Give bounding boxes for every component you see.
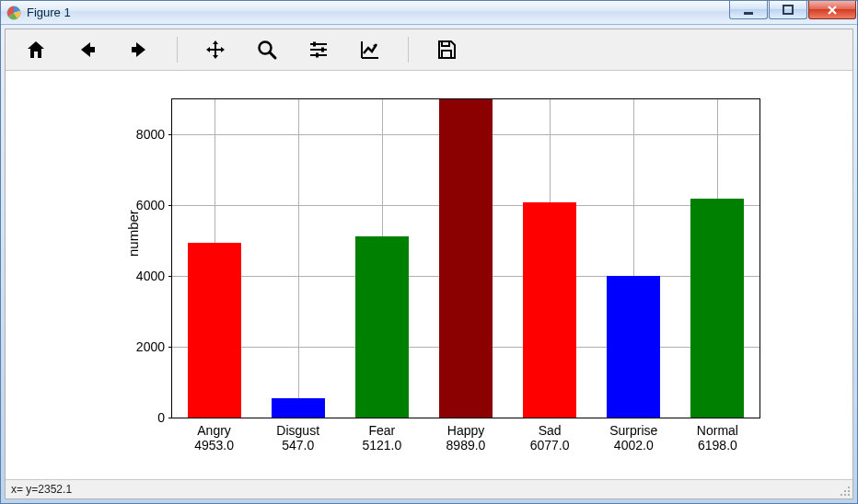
minimize-button[interactable] [729,1,768,19]
x-tick-label: Disgust547.0 [256,423,340,452]
x-tick-label: Happy8989.0 [424,423,508,452]
x-tick-label: Normal6198.0 [676,423,759,452]
y-tick-mark [168,347,172,348]
plot-axes: 02000400060008000Angry4953.0Disgust547.0… [171,98,760,418]
y-tick-mark [168,418,172,418]
pan-icon [204,39,226,61]
bar [690,199,744,418]
statusbar: x= y=2352.1 [6,479,852,498]
window-controls [729,1,857,19]
x-category-value: 8989.0 [424,438,508,452]
svg-rect-10 [321,48,324,52]
bar [355,236,409,418]
zoom-button[interactable] [242,32,292,67]
x-category-name: Sad [508,423,592,438]
forward-button[interactable] [114,32,164,67]
y-tick-label: 4000 [73,269,165,283]
svg-point-15 [848,487,850,488]
gridline-v [298,99,299,418]
svg-rect-8 [313,42,316,47]
x-category-name: Disgust [256,423,340,438]
x-category-name: Normal [676,423,759,438]
y-tick-mark [168,205,172,206]
y-tick-label: 8000 [73,127,165,142]
svg-line-6 [270,52,275,58]
y-tick-label: 0 [73,410,165,425]
x-category-value: 6198.0 [676,438,759,452]
save-icon [435,39,458,61]
save-button[interactable] [422,32,471,67]
toolbar-separator [408,37,409,63]
sliders-icon [307,39,330,61]
forward-arrow-icon [128,39,150,61]
x-category-value: 4953.0 [172,438,256,452]
cursor-coords: x= y=2352.1 [11,483,72,496]
x-category-value: 4002.0 [592,438,676,452]
svg-point-19 [844,494,846,496]
zoom-icon [256,39,278,61]
y-tick-mark [168,276,172,277]
x-tick-label: Surprise4002.0 [592,423,676,452]
svg-point-17 [848,490,850,492]
bar [272,398,325,418]
bar [188,243,241,418]
svg-point-20 [848,494,850,496]
svg-rect-2 [783,6,793,14]
back-arrow-icon [76,39,99,61]
svg-rect-14 [442,51,451,58]
window-title: Figure 1 [27,6,71,19]
bar [607,276,660,418]
figure-frame: number 02000400060008000Angry4953.0Disgu… [5,29,853,499]
toolbar-separator [177,37,178,63]
svg-point-18 [841,494,842,496]
close-icon [827,5,838,16]
chart-line-icon [359,39,381,61]
x-category-value: 5121.0 [340,438,423,452]
bar [439,99,493,418]
app-icon [6,6,21,20]
minimize-icon [743,5,754,16]
home-icon [25,39,47,61]
titlebar[interactable]: Figure 1 [1,1,857,25]
back-button[interactable] [63,32,112,67]
maximize-icon [783,5,794,16]
maximize-button[interactable] [769,1,807,19]
x-category-name: Happy [424,423,508,438]
app-window: Figure 1 [0,0,858,504]
x-category-name: Angry [172,423,256,438]
x-tick-label: Sad6077.0 [508,423,592,452]
x-category-value: 6077.0 [508,438,592,452]
x-tick-label: Angry4953.0 [172,423,256,452]
x-tick-label: Fear5121.0 [340,423,423,452]
axes-edit-button[interactable] [345,32,395,67]
svg-rect-1 [744,12,753,15]
svg-rect-12 [316,53,319,58]
y-axis-label: number [125,210,141,257]
mpl-toolbar [6,29,852,71]
y-tick-mark [168,134,172,135]
home-button[interactable] [11,32,61,67]
svg-rect-13 [442,41,449,46]
pan-button[interactable] [191,32,240,67]
close-button[interactable] [808,1,856,19]
plot-canvas[interactable]: number 02000400060008000Angry4953.0Disgu… [6,71,852,479]
y-tick-label: 6000 [73,198,165,212]
resize-grip-icon[interactable] [838,484,851,497]
svg-point-16 [844,490,846,492]
configure-button[interactable] [294,32,343,67]
y-tick-label: 2000 [73,339,165,354]
x-category-value: 547.0 [256,438,340,452]
x-category-name: Surprise [592,423,676,438]
x-category-name: Fear [340,423,423,438]
bar [523,202,576,418]
